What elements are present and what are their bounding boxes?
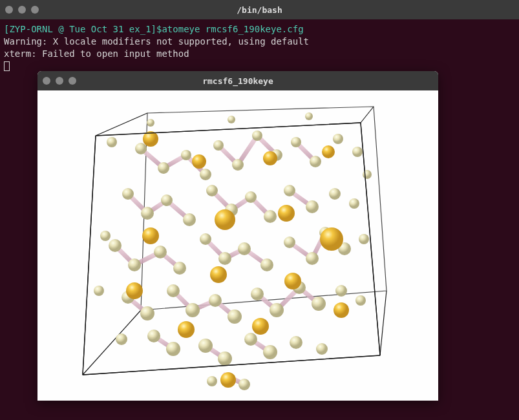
terminal-title: /bin/bash (0, 5, 519, 15)
svg-point-73 (260, 258, 273, 271)
svg-point-54 (141, 207, 154, 220)
svg-point-95 (198, 339, 213, 353)
svg-point-113 (210, 266, 227, 283)
svg-point-119 (263, 151, 277, 165)
svg-point-105 (305, 112, 313, 120)
svg-line-125 (83, 136, 96, 375)
svg-point-68 (154, 246, 167, 258)
viewer-titlebar: rmcsf6_190keye (37, 71, 438, 90)
cursor-icon (4, 61, 10, 71)
svg-line-122 (96, 123, 361, 136)
svg-point-66 (109, 239, 122, 252)
svg-point-89 (312, 297, 326, 311)
close-icon[interactable] (5, 6, 13, 14)
svg-point-82 (167, 284, 180, 297)
svg-point-93 (147, 330, 160, 342)
svg-point-52 (352, 147, 363, 157)
svg-point-120 (322, 145, 335, 158)
svg-point-90 (335, 285, 347, 297)
svg-point-63 (329, 188, 341, 200)
svg-point-84 (209, 294, 222, 307)
svg-point-94 (166, 342, 180, 356)
svg-point-62 (306, 200, 319, 213)
svg-line-4 (380, 291, 387, 355)
svg-point-99 (290, 336, 302, 349)
maximize-icon[interactable] (69, 77, 76, 85)
svg-point-67 (128, 258, 141, 271)
svg-point-108 (215, 209, 235, 230)
svg-point-64 (349, 198, 359, 209)
svg-point-92 (116, 333, 127, 345)
svg-point-97 (244, 333, 257, 346)
svg-point-116 (252, 318, 269, 335)
svg-point-104 (228, 116, 235, 123)
svg-point-69 (173, 262, 186, 275)
svg-point-59 (245, 191, 257, 203)
svg-point-42 (158, 162, 169, 174)
svg-point-114 (284, 273, 301, 289)
viewer-traffic-lights (43, 77, 76, 85)
svg-point-74 (284, 236, 295, 248)
terminal-content[interactable]: [ZYP-ORNL @ Tue Oct 31 ex_1]$atomeye rmc… (0, 19, 519, 76)
output-line: xterm: Failed to open input method (4, 48, 515, 60)
svg-point-121 (334, 302, 349, 318)
svg-point-83 (185, 303, 200, 317)
svg-point-71 (218, 252, 231, 265)
svg-point-78 (359, 234, 369, 244)
molecular-viewer[interactable] (37, 90, 438, 401)
svg-point-70 (200, 233, 211, 245)
molecular-visualization (37, 90, 438, 401)
svg-line-5 (83, 310, 141, 375)
svg-point-44 (200, 169, 211, 180)
svg-point-51 (333, 134, 343, 144)
viewer-title: rmcsf6_190keye (37, 76, 438, 86)
svg-point-81 (140, 306, 154, 320)
svg-point-110 (278, 205, 295, 222)
minimize-icon[interactable] (18, 6, 26, 14)
svg-line-3 (361, 107, 374, 123)
prompt-line: [ZYP-ORNL @ Tue Oct 31 ex_1]$atomeye rmc… (4, 23, 515, 36)
svg-point-53 (122, 188, 134, 200)
svg-point-111 (320, 227, 343, 251)
svg-point-43 (181, 150, 191, 160)
svg-point-55 (161, 194, 173, 206)
svg-point-106 (363, 170, 372, 179)
terminal-traffic-lights (5, 6, 39, 14)
svg-point-112 (126, 282, 143, 299)
command-text: atomeye rmcsf6_190keye.cfg (162, 24, 303, 34)
svg-point-75 (306, 252, 319, 265)
svg-point-60 (264, 210, 277, 223)
output-line: Warning: X locale modifiers not supporte… (4, 36, 515, 48)
svg-point-100 (316, 343, 328, 355)
svg-line-2 (96, 113, 147, 136)
svg-point-91 (355, 295, 366, 306)
svg-point-72 (238, 242, 251, 255)
svg-point-118 (192, 154, 206, 169)
svg-point-86 (251, 288, 264, 300)
maximize-icon[interactable] (31, 6, 39, 14)
svg-point-85 (228, 310, 242, 324)
cursor-line (4, 60, 515, 72)
viewer-window: rmcsf6_190keye (37, 71, 438, 401)
svg-point-109 (142, 227, 159, 244)
prompt-text: [ZYP-ORNL @ Tue Oct 31 ex_1]$ (4, 24, 162, 34)
svg-point-65 (100, 231, 111, 241)
svg-point-56 (183, 213, 196, 226)
svg-point-101 (207, 376, 217, 386)
svg-point-45 (213, 140, 224, 151)
svg-point-49 (291, 137, 301, 147)
svg-point-102 (238, 379, 250, 390)
svg-point-50 (310, 156, 321, 167)
svg-point-115 (178, 321, 195, 338)
svg-point-61 (284, 185, 295, 196)
svg-point-96 (218, 352, 232, 366)
svg-point-40 (107, 137, 117, 147)
svg-point-103 (147, 119, 154, 127)
minimize-icon[interactable] (56, 77, 63, 85)
svg-point-47 (252, 131, 262, 141)
close-icon[interactable] (43, 77, 50, 85)
svg-point-57 (206, 185, 218, 196)
terminal-titlebar: /bin/bash (0, 0, 519, 19)
svg-point-79 (94, 286, 104, 296)
svg-point-98 (263, 345, 277, 359)
